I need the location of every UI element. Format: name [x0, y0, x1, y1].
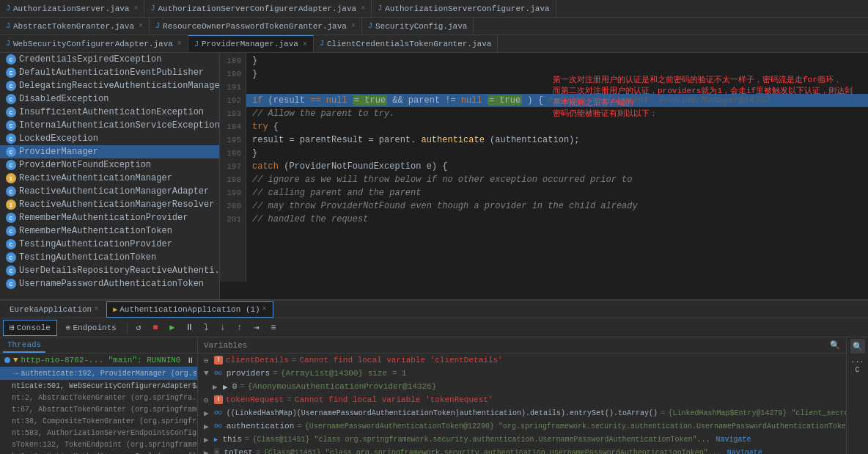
sidebar-item-reactiveauthresolver[interactable]: I ReactiveAuthenticationManagerResolver [0, 198, 219, 211]
sidebar-item-providermanager[interactable]: C ProviderManager [0, 145, 219, 158]
java-icon: J [150, 4, 155, 12]
search-icon[interactable]: 🔍 [830, 340, 840, 350]
pause-button[interactable]: ⏸ [182, 321, 196, 335]
class-icon: C [6, 252, 16, 263]
console-icon: ⊞ [10, 323, 15, 332]
tab-providermanager[interactable]: J ProviderManager.java × [188, 35, 314, 53]
bottom-tab-eureka[interactable]: EurekaApplication × [3, 301, 105, 318]
sidebar-item-providernotfound[interactable]: C ProviderNotFoundException [0, 158, 219, 172]
sidebar-item-remembermeauthtoken[interactable]: C RememberMeAuthenticationToken [0, 224, 219, 238]
code-editor: 189 190 191 192 193 194 195 196 197 198 … [220, 53, 868, 299]
stack-frame-2[interactable]: nticate:501, WebSecurityConfigurerAdapte… [0, 380, 197, 392]
endpoints-icon: ⊕ [66, 323, 71, 332]
close-icon[interactable]: × [303, 40, 307, 48]
threads-tab[interactable]: Threads [3, 338, 45, 353]
expand-icon[interactable]: ⊖ [204, 356, 211, 365]
var-providers[interactable]: ▼ oo providers = {ArrayList@14300} size … [198, 367, 846, 380]
thread-status-icon [4, 357, 10, 363]
close-icon[interactable]: × [94, 305, 98, 313]
stack-frame-5[interactable]: nt:38, CompositeTokenGranter (org.spring… [0, 415, 197, 427]
me-label[interactable]: ... [850, 356, 864, 365]
debug-tab-console[interactable]: ⊞ Console [3, 320, 57, 336]
sidebar-item-insufficientauth[interactable]: C InsufficientAuthenticationException [0, 106, 219, 119]
top-tabs-row1: J AuthorizationServer.java × J Authoriza… [0, 0, 868, 18]
tab-authorizationserverconfigureradapter[interactable]: J AuthorizationServerConfigurerAdapter.j… [144, 0, 372, 18]
code-line-196: } [246, 147, 868, 160]
step-into-button[interactable]: ↓ [216, 321, 230, 335]
sidebar-item-testingauthprovider[interactable]: C TestingAuthenticationProvider [0, 238, 219, 251]
var-authentication[interactable]: ▶ oo authentication = {UsernamePasswordA… [198, 420, 846, 433]
sidebar-item-credentialsexpiredexception[interactable]: C CredentialsExpiredException [0, 53, 219, 66]
tab-resourceownertokengranter[interactable]: J ResourceOwnerPasswordTokenGranter.java… [150, 18, 362, 35]
close-icon[interactable]: × [361, 4, 365, 12]
sidebar-item-lockedexception[interactable]: C LockedException [0, 132, 219, 145]
search-button[interactable]: 🔍 [850, 339, 865, 354]
navigate-link2[interactable]: Navigate [727, 449, 762, 455]
sidebar-item-reactiveauthadapter[interactable]: C ReactiveAuthenticationManagerAdapter [0, 185, 219, 198]
code-line-197: catch (ProviderNotFoundException e) { [246, 160, 868, 173]
tab-authorizationserverconfigurer[interactable]: J AuthorizationServerConfigurer.java [372, 0, 556, 18]
expand-icon[interactable]: ▶ [204, 422, 211, 431]
expand-icon[interactable]: ⊖ [204, 395, 211, 405]
expand-icon[interactable]: ▼ [204, 369, 211, 378]
var-totest[interactable]: ▶ = toTest = {Class@11451} "class org.sp… [198, 446, 846, 454]
tab-securityconfig[interactable]: J SecurityConfig.java [362, 18, 474, 35]
stack-frame-3[interactable]: nt:2, AbstractTokenGranter (org.springfr… [0, 392, 197, 403]
stop-button[interactable]: ■ [148, 321, 163, 335]
stack-frame-4[interactable]: t:67, AbstractTokenGranter (org.springfr… [0, 403, 197, 415]
bottom-tab-authentication[interactable]: ▶ AuthenticationApplication (1) × [106, 301, 273, 318]
var-val-totest: {Class@11451} "class org.springframework… [264, 449, 721, 455]
evaluate-button[interactable]: ≡ [266, 321, 281, 335]
main-layout: C CredentialsExpiredException C DefaultA… [0, 53, 868, 299]
sidebar-item-usernamepasswordtoken[interactable]: C UsernamePasswordAuthenticationToken [0, 277, 219, 290]
sidebar-item-internalauthservice[interactable]: C InternalAuthenticationServiceException [0, 119, 219, 132]
var-clientdetails[interactable]: ⊖ ! clientDetails = Cannot find local va… [198, 354, 846, 367]
sidebar-item-disabledexception[interactable]: C DisabledException [0, 92, 219, 106]
thread-list: ▼ http-nio-8762-... "main": RUNNING ⏸ ↓↑… [0, 354, 197, 454]
thread-frame-authenticate[interactable]: → authenticate:192, ProviderManager (org… [0, 367, 197, 380]
tab-websecurityconfigureradapter[interactable]: J WebSecurityConfigurerAdapter.java × [0, 35, 188, 53]
field-icon: oo [214, 370, 222, 377]
sidebar-item-testingauthtoken[interactable]: C TestingAuthenticationToken [0, 251, 219, 264]
expand-icon[interactable]: ▶ [204, 435, 211, 444]
class-icon: C [6, 81, 16, 91]
sidebar-item-defaultauthentication[interactable]: C DefaultAuthenticationEventPublisher [0, 66, 219, 79]
sidebar-item-reactiveauthmanager[interactable]: I ReactiveAuthenticationManager [0, 172, 219, 185]
expand-icon[interactable]: ▶ [213, 382, 220, 392]
step-out-button[interactable]: ↑ [232, 321, 247, 335]
class-icon: C [6, 54, 16, 65]
var-val-0: {AnonymousAuthenticationProvider@14326} [248, 382, 436, 391]
close-icon[interactable]: × [133, 4, 138, 12]
debug-layout: Threads ▼ http-nio-8762-... "main": RUNN… [0, 337, 868, 454]
var-tokenrequest[interactable]: ⊖ ! tokenRequest = Cannot find local var… [198, 393, 846, 406]
code-lines[interactable]: 第一次对注册用户的认证是和之前密码的验证不太一样子，密码流是走for循环， 而第… [246, 53, 868, 282]
run-to-cursor[interactable]: ⇥ [249, 321, 264, 335]
sidebar-item-userdetailsrepo[interactable]: C UserDetailsRepositoryReactiveAuthenti.… [0, 264, 219, 277]
navigate-link[interactable]: Navigate [716, 436, 751, 444]
var-val-tokenrequest: Cannot find local variable 'tokenRequest… [295, 395, 493, 404]
c-label[interactable]: C [855, 366, 859, 374]
sidebar-item-delegatingreactive[interactable]: C DelegatingReactiveAuthenticationManage… [0, 79, 219, 92]
close-icon[interactable]: × [139, 22, 143, 30]
thread-main[interactable]: ▼ http-nio-8762-... "main": RUNNING ⏸ ↓↑ [0, 354, 197, 367]
var-providers-0[interactable]: ▶ ▶ 0 = {AnonymousAuthenticationProvider… [198, 380, 846, 393]
step-over-button[interactable]: ⤵ [199, 321, 213, 335]
tab-authorizationserver[interactable]: J AuthorizationServer.java × [0, 0, 144, 18]
tab-clientcredentialstokengranter[interactable]: J ClientCredentialsTokenGranter.java [314, 35, 498, 53]
close-icon[interactable]: × [177, 40, 182, 48]
stack-frame-7[interactable]: sToken:132, TokenEndpoint (org.springfra… [0, 439, 197, 450]
close-icon[interactable]: × [262, 305, 267, 313]
sidebar-item-remembermeauthprovider[interactable]: C RememberMeAuthenticationProvider [0, 211, 219, 224]
expand-icon[interactable]: ▶ [204, 448, 211, 455]
close-icon[interactable]: × [351, 22, 356, 30]
stack-frame-6[interactable]: nt:583, AuthorizationServerEndpointsConf… [0, 427, 197, 439]
resume-button[interactable]: ▶ [165, 321, 180, 335]
stack-frame-8[interactable]: ke0:-1, NativeMethodAccessorImpl (sun.re… [0, 450, 197, 454]
var-this[interactable]: ▶ ▶ this = {Class@11451} "class org.spri… [198, 433, 846, 446]
var-linkedhashmap[interactable]: ▶ oo ((LinkedHashMap)(UsernamePasswordAu… [198, 406, 846, 420]
debug-tab-endpoints[interactable]: ⊕ Endpoints [59, 320, 123, 336]
var-val-authentication: {UsernamePasswordAuthenticationToken@122… [305, 422, 846, 431]
tab-abstracttokengranter[interactable]: J AbstractTokenGranter.java × [0, 18, 150, 35]
expand-icon[interactable]: ▶ [204, 409, 211, 418]
rerun-button[interactable]: ↺ [131, 321, 146, 335]
